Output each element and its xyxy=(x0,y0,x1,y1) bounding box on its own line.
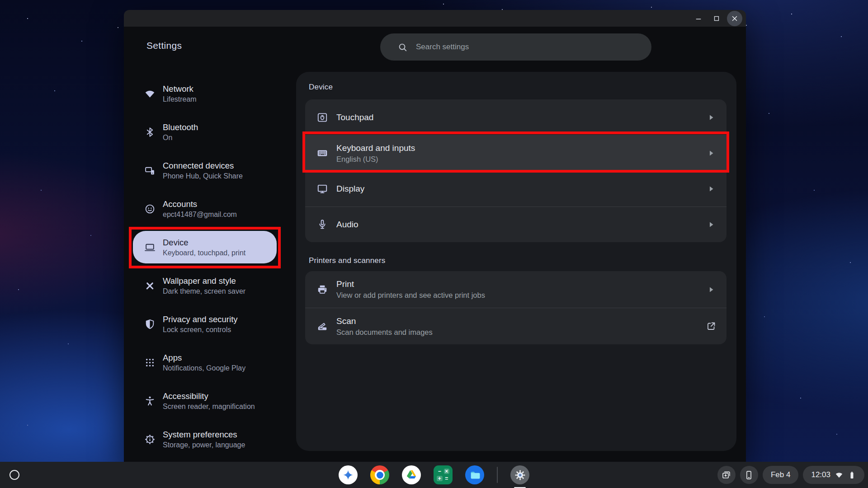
row-audio[interactable]: Audio xyxy=(305,206,726,242)
row-label: Display xyxy=(336,184,706,194)
sidebar-item-accounts[interactable]: Accounts epct41487@gmail.com xyxy=(133,192,277,225)
shield-icon xyxy=(144,319,156,330)
settings-window: Settings Network Lifestream Bluetooth xyxy=(124,10,746,462)
sidebar-item-privacy[interactable]: Privacy and security Lock screen, contro… xyxy=(133,308,277,340)
settings-gear-icon xyxy=(514,469,526,481)
sidebar-item-label: Accounts xyxy=(163,199,237,209)
settings-main-panel: Device Touchpad Keyboard and inputs xyxy=(296,72,736,451)
screen-capture-icon xyxy=(721,470,731,480)
wallpaper-stars xyxy=(0,0,1,1)
launcher-button[interactable] xyxy=(9,470,19,480)
phone-hub-button[interactable] xyxy=(740,466,758,484)
calc-key: × xyxy=(444,469,450,474)
maximize-icon xyxy=(712,14,721,23)
date-label: Feb 4 xyxy=(771,470,790,479)
touchpad-icon xyxy=(316,112,328,123)
connected-devices-icon xyxy=(144,165,156,176)
chevron-right-icon xyxy=(706,148,717,159)
shelf-app-files[interactable] xyxy=(465,465,484,484)
sidebar-item-wallpaper[interactable]: Wallpaper and style Dark theme, screen s… xyxy=(133,269,277,302)
sidebar-item-label: Connected devices xyxy=(163,161,243,171)
sidebar-item-sublabel: Notifications, Google Play xyxy=(163,364,245,372)
external-link-icon xyxy=(706,321,717,332)
printers-rows-card: Print View or add printers and see activ… xyxy=(305,271,726,344)
status-tray[interactable]: 12:03 xyxy=(803,466,864,484)
printer-icon xyxy=(316,284,328,296)
minimize-icon xyxy=(694,14,703,23)
sidebar: Network Lifestream Bluetooth On Connecte… xyxy=(124,27,296,462)
shelf-app-drive[interactable] xyxy=(402,465,421,484)
files-folder-icon xyxy=(469,469,481,481)
sidebar-item-sublabel: epct41487@gmail.com xyxy=(163,211,237,219)
shelf: − × + = xyxy=(0,462,868,488)
sidebar-item-label: Privacy and security xyxy=(163,314,238,324)
screen-capture-button[interactable] xyxy=(717,466,736,484)
close-icon xyxy=(731,14,739,23)
row-touchpad[interactable]: Touchpad xyxy=(305,99,726,135)
sidebar-item-sublabel: Storage, power, language xyxy=(163,441,245,449)
chevron-right-icon xyxy=(706,112,717,123)
shelf-app-settings[interactable] xyxy=(510,465,529,484)
sidebar-item-accessibility[interactable]: Accessibility Screen reader, magnificati… xyxy=(133,385,277,417)
row-label: Print xyxy=(336,279,706,289)
calc-key: − xyxy=(437,469,443,474)
scanner-icon xyxy=(316,320,328,332)
search-bar[interactable] xyxy=(380,33,651,61)
sidebar-item-apps[interactable]: Apps Notifications, Google Play xyxy=(133,346,277,379)
google-drive-icon xyxy=(406,469,417,481)
close-button[interactable] xyxy=(727,11,742,26)
sidebar-item-sublabel: Lifestream xyxy=(163,95,197,103)
window-titlebar xyxy=(124,10,746,27)
sidebar-item-label: Wallpaper and style xyxy=(163,276,245,286)
row-print[interactable]: Print View or add printers and see activ… xyxy=(305,271,726,308)
sidebar-item-system-preferences[interactable]: System preferences Storage, power, langu… xyxy=(133,423,277,455)
sidebar-item-connected-devices[interactable]: Connected devices Phone Hub, Quick Share xyxy=(133,154,277,187)
chevron-right-icon xyxy=(706,219,717,230)
search-icon xyxy=(397,42,408,52)
minimize-button[interactable] xyxy=(691,11,706,26)
gemini-sparkle-icon xyxy=(342,469,354,481)
maximize-button[interactable] xyxy=(709,11,724,26)
gear-icon xyxy=(144,434,156,445)
sidebar-item-sublabel: Keyboard, touchpad, print xyxy=(163,249,245,257)
bluetooth-icon xyxy=(144,127,156,138)
row-scan[interactable]: Scan Scan documents and images xyxy=(305,308,726,344)
sidebar-item-device[interactable]: Device Keyboard, touchpad, print xyxy=(133,231,277,263)
phone-icon xyxy=(744,470,754,480)
sidebar-item-sublabel: Lock screen, controls xyxy=(163,326,238,334)
shelf-app-chrome[interactable] xyxy=(370,465,389,484)
section-title-printers: Printers and scanners xyxy=(309,256,386,265)
sidebar-item-label: Apps xyxy=(163,353,245,363)
date-pill[interactable]: Feb 4 xyxy=(763,466,798,484)
shelf-app-calculator[interactable]: − × + = xyxy=(434,465,453,484)
sidebar-item-label: System preferences xyxy=(163,430,245,440)
row-label: Scan xyxy=(336,316,706,326)
accessibility-icon xyxy=(144,395,156,407)
apps-grid-icon xyxy=(144,357,156,368)
sidebar-item-sublabel: Dark theme, screen saver xyxy=(163,287,245,296)
search-input[interactable] xyxy=(416,42,641,52)
calculator-icon: − × + = xyxy=(434,465,453,484)
sidebar-item-sublabel: Screen reader, magnification xyxy=(163,403,255,411)
shelf-status-area: Feb 4 12:03 xyxy=(717,466,864,484)
section-title-device: Device xyxy=(309,83,333,92)
row-sublabel: English (US) xyxy=(336,155,706,164)
brush-icon xyxy=(144,280,156,291)
row-keyboard-and-inputs[interactable]: Keyboard and inputs English (US) xyxy=(305,135,726,171)
chrome-icon xyxy=(370,465,389,484)
display-icon xyxy=(316,183,328,195)
laptop-icon xyxy=(144,242,156,253)
sidebar-item-label: Device xyxy=(163,238,245,248)
sidebar-item-sublabel: Phone Hub, Quick Share xyxy=(163,172,243,180)
shelf-app-gemini[interactable] xyxy=(339,465,358,484)
calc-key: = xyxy=(444,476,450,481)
sidebar-item-network[interactable]: Network Lifestream xyxy=(133,77,277,110)
battery-icon xyxy=(848,471,856,479)
row-sublabel: View or add printers and see active prin… xyxy=(336,291,706,300)
row-display[interactable]: Display xyxy=(305,171,726,206)
wifi-icon xyxy=(144,88,156,99)
sidebar-item-bluetooth[interactable]: Bluetooth On xyxy=(133,116,277,148)
row-sublabel: Scan documents and images xyxy=(336,328,706,337)
shelf-app-dock: − × + = xyxy=(339,462,529,488)
sidebar-item-sublabel: On xyxy=(163,134,198,142)
